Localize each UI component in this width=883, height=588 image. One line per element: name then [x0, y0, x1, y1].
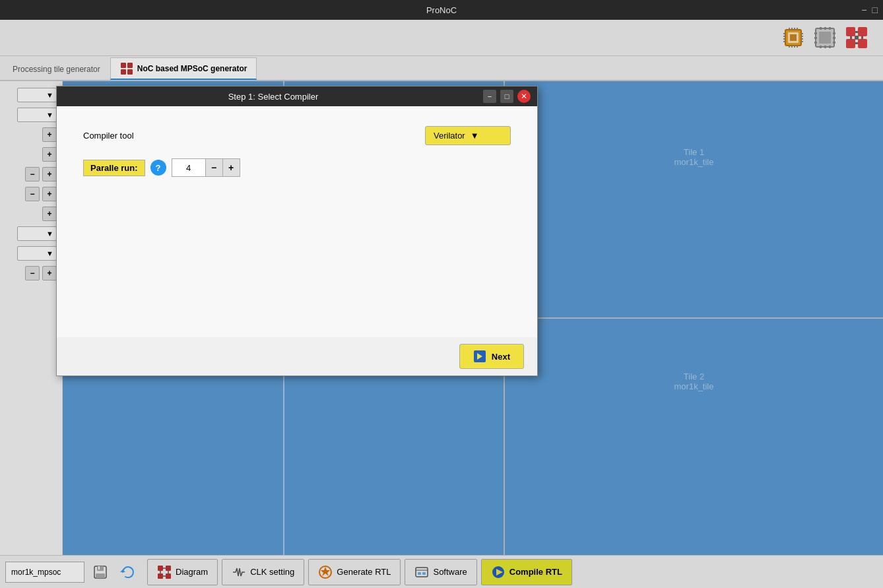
- compiler-tool-label: Compiler tool: [83, 131, 176, 141]
- dialog-overlay: Step 1: Select Compiler − □ ✕ Compiler t…: [0, 0, 883, 588]
- select-compiler-dialog: Step 1: Select Compiler − □ ✕ Compiler t…: [56, 86, 538, 376]
- dialog-titlebar: Step 1: Select Compiler − □ ✕: [57, 86, 537, 106]
- parallel-spinner: − +: [172, 158, 240, 177]
- compiler-tool-row: Compiler tool Verilator ▼: [83, 126, 511, 145]
- parallel-decrement-button[interactable]: −: [205, 159, 222, 176]
- dialog-footer: Next: [57, 337, 537, 376]
- parallel-value-input[interactable]: [172, 160, 205, 176]
- dialog-close-button[interactable]: ✕: [517, 90, 531, 103]
- compiler-dropdown-arrow: ▼: [471, 131, 479, 141]
- dialog-controls: − □ ✕: [483, 90, 531, 103]
- next-button[interactable]: Next: [459, 344, 524, 369]
- dialog-title: Step 1: Select Compiler: [63, 92, 483, 102]
- dialog-body: Compiler tool Verilator ▼ Paralle run: ?…: [57, 106, 537, 337]
- compiler-dropdown[interactable]: Verilator ▼: [425, 126, 511, 145]
- next-arrow-icon: [473, 350, 486, 363]
- compiler-value: Verilator: [434, 131, 465, 141]
- next-label: Next: [492, 352, 510, 362]
- parallel-help-button[interactable]: ?: [150, 160, 166, 176]
- parallel-run-row: Paralle run: ? − +: [83, 158, 511, 177]
- parallel-increment-button[interactable]: +: [222, 159, 240, 176]
- dialog-maximize-button[interactable]: □: [500, 90, 513, 103]
- dialog-minimize-button[interactable]: −: [483, 90, 496, 103]
- parallel-label: Paralle run:: [83, 160, 145, 176]
